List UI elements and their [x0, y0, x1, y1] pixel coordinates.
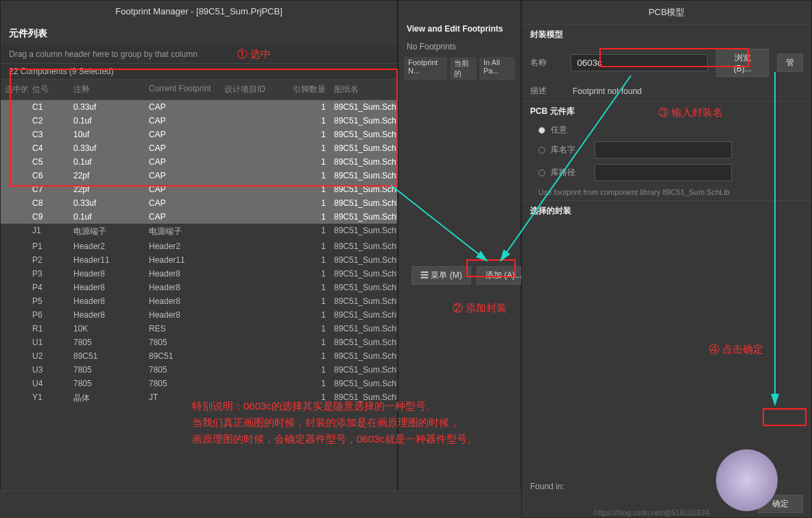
table-row[interactable]: P5Header8Header8189C51_Sum.SchDoc — [1, 294, 397, 308]
radio-icon — [538, 127, 545, 134]
filter-current[interactable]: 当前的 — [450, 57, 477, 80]
table-row[interactable]: U478057805189C51_Sum.SchDoc — [1, 377, 397, 390]
avatar-image — [716, 449, 778, 511]
section-selected: 选择的封装 — [522, 200, 811, 221]
libname-input[interactable] — [595, 141, 732, 158]
filter-allparts[interactable]: In All Pa... — [479, 57, 515, 80]
table-row[interactable]: P1Header2Header2189C51_Sum.SchDoc — [1, 239, 397, 253]
table-row[interactable]: Y1晶体JT189C51_Sum.SchDoc — [1, 390, 397, 406]
view-edit-panel: View and Edit Footprints No Footprints F… — [398, 0, 521, 518]
table-header[interactable]: 选中的 位号 注释 Current Footprint 设计项目ID 引脚数量 … — [1, 80, 397, 100]
table-row[interactable]: P3Header8Header8189C51_Sum.SchDoc — [1, 267, 397, 281]
radio-any[interactable]: 任意 — [522, 121, 811, 139]
desc-label: 描述 — [530, 85, 564, 97]
col-designator[interactable]: 位号 — [28, 82, 69, 97]
table-row[interactable]: C20.1ufCAP189C51_Sum.SchDoc — [1, 114, 397, 128]
group-hint[interactable]: Drag a column header here to group by th… — [1, 45, 397, 64]
col-design-id[interactable]: 设计项目ID — [220, 82, 289, 97]
table-row[interactable]: U289C5189C51189C51_Sum.SchDoc — [1, 349, 397, 363]
table-row[interactable]: R110KRES189C51_Sum.SchDoc — [1, 322, 397, 335]
pcb-model-panel: PCB模型 封装模型 名称 浏览 (B)... 管 描述 Footprint n… — [521, 0, 812, 518]
watermark: https://blog.csdn.net/@518101824 — [594, 508, 709, 517]
menu-button[interactable]: ☰ 菜单 (M) — [411, 266, 471, 285]
list-icon: ☰ — [420, 270, 429, 280]
col-comment[interactable]: 注释 — [69, 82, 145, 97]
filter-name[interactable]: Footprint N... — [404, 57, 447, 80]
table-row[interactable]: C622pfCAP189C51_Sum.SchDoc — [1, 169, 397, 183]
window-title: Footprint Manager - [89C51_Sum.PrjPCB] — [1, 1, 397, 22]
table-row[interactable]: U378057805189C51_Sum.SchDoc — [1, 363, 397, 377]
name-input[interactable] — [571, 54, 708, 71]
selection-status: 22 Components (9 Selected) — [1, 64, 397, 80]
panel-header: 元件列表 — [1, 22, 397, 45]
desc-value: Footprint not found — [573, 86, 642, 96]
mid-title: View and Edit Footprints — [398, 19, 521, 39]
component-list-panel: Footprint Manager - [89C51_Sum.PrjPCB] 元… — [0, 0, 398, 518]
name-label: 名称 — [530, 57, 562, 69]
col-selected[interactable]: 选中的 — [1, 82, 28, 97]
right-title: PCB模型 — [522, 1, 811, 24]
table-row[interactable]: C50.1ufCAP189C51_Sum.SchDoc — [1, 155, 397, 169]
browse-button[interactable]: 浏览 (B)... — [716, 49, 769, 77]
table-row[interactable]: J1电源端子电源端子189C51_Sum.SchDoc — [1, 224, 397, 239]
table-row[interactable]: C10.33ufCAP189C51_Sum.SchDoc — [1, 100, 397, 114]
table-row[interactable]: P4Header8Header8189C51_Sum.SchDoc — [1, 281, 397, 294]
radio-icon — [538, 169, 545, 176]
section-model: 封装模型 — [522, 24, 811, 45]
table-row[interactable]: C310ufCAP189C51_Sum.SchDoc — [1, 128, 397, 141]
manage-button[interactable]: 管 — [777, 54, 803, 72]
table-row[interactable]: U178057805189C51_Sum.SchDoc — [1, 335, 397, 349]
table-body[interactable]: C10.33ufCAP189C51_Sum.SchDocC20.1ufCAP18… — [1, 100, 397, 406]
section-lib: PCB 元件库 — [522, 101, 811, 121]
col-count[interactable]: 引脚数量 — [289, 82, 330, 97]
component-table: 选中的 位号 注释 Current Footprint 设计项目ID 引脚数量 … — [1, 80, 397, 517]
no-footprints: No Footprints — [398, 39, 521, 54]
table-row[interactable]: C40.33ufCAP189C51_Sum.SchDoc — [1, 141, 397, 155]
radio-libname[interactable]: 库名字 — [522, 139, 811, 161]
table-row[interactable]: P2Header11Header11189C51_Sum.SchDoc — [1, 253, 397, 267]
lib-hint: Use footprint from component library 89C… — [522, 184, 811, 200]
col-sheet[interactable]: 图纸名 — [330, 82, 397, 97]
libpath-input[interactable] — [595, 164, 732, 181]
table-row[interactable]: C90.1ufCAP189C51_Sum.SchDoc — [1, 210, 397, 224]
radio-libpath[interactable]: 库路径 — [522, 161, 811, 184]
table-row[interactable]: C722pfCAP189C51_Sum.SchDoc — [1, 183, 397, 196]
table-row[interactable]: C80.33ufCAP189C51_Sum.SchDoc — [1, 196, 397, 210]
filter-row: Footprint N... 当前的 In All Pa... — [398, 54, 521, 83]
radio-icon — [538, 147, 545, 154]
col-footprint[interactable]: Current Footprint — [145, 82, 220, 97]
table-row[interactable]: P6Header8Header8189C51_Sum.SchDoc — [1, 308, 397, 322]
